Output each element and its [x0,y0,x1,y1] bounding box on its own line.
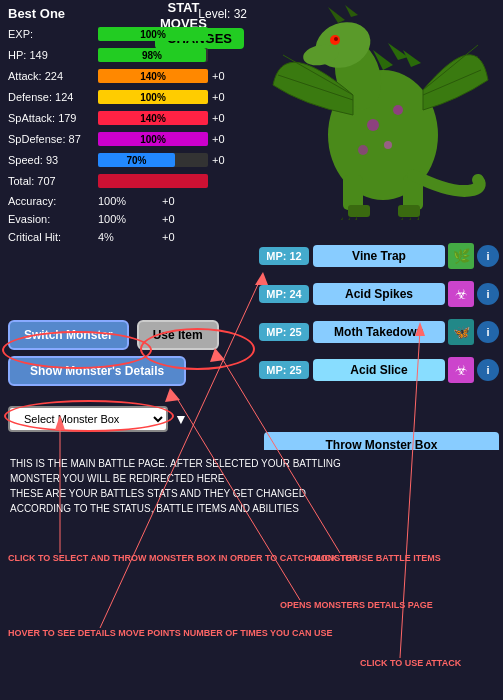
annotation-attack: CLICK TO USE ATTACK [360,658,461,670]
attack-label: Attack: 224 [8,70,98,82]
move-mp-1: MP: 12 [259,247,309,265]
annotation-hover-text: HOVER TO SEE DETAILS MOVE POINTS NUMBER … [8,628,333,638]
monster-level: Level: 32 [198,7,247,21]
annotation-throw: CLICK TO SELECT AND THROW MONSTER BOX IN… [8,553,358,565]
hp-bar-container: 98% [98,48,208,62]
evasion-row: Evasion: 100% +0 [8,211,247,227]
crithit-change: +0 [162,231,175,243]
attack-pct: 140% [98,69,208,83]
total-bar [98,174,208,188]
svg-rect-15 [343,175,363,210]
move-row-4: MP: 25 Acid Slice ☣ i [259,354,499,386]
left-panel: Best One Level: 32 EXP: 100% HP: 149 98%… [0,0,255,253]
speed-row: Speed: 93 70% +0 [8,151,247,169]
accuracy-change: +0 [162,195,175,207]
move-icon-2: ☣ [448,281,474,307]
svg-point-22 [358,145,368,155]
exp-row: EXP: 100% [8,25,247,43]
move-circle-3[interactable]: i [477,321,499,343]
move-row-2: MP: 24 Acid Spikes ☣ i [259,278,499,310]
hp-row: HP: 149 98% [8,46,247,64]
monster-name-row: Best One Level: 32 [8,6,247,21]
defense-bar: 100% [98,90,208,104]
evasion-change: +0 [162,213,175,225]
move-icon-3: 🦋 [448,319,474,345]
speed-pct: 70% [98,153,175,167]
defense-pct: 100% [98,90,208,104]
main-container: STAT MOVES CHANGES Best One Level: 32 EX… [0,0,503,700]
move-button-2[interactable]: Acid Spikes [313,283,445,305]
exp-value: 100% [140,29,166,40]
svg-marker-6 [328,7,345,23]
accuracy-label: Accuracy: [8,195,98,207]
svg-marker-26 [398,217,403,220]
speed-bar-container: 70% [98,153,208,167]
speed-bar: 70% [98,153,175,167]
move-icon-4: ☣ [448,357,474,383]
show-details-button[interactable]: Show Monster's Details [8,356,186,386]
spdefense-bar-container: 100% [98,132,208,146]
move-button-4[interactable]: Acid Slice [313,359,445,381]
hp-label: HP: 149 [8,49,98,61]
defense-change: +0 [212,91,237,103]
spattack-bar: 140% [98,111,208,125]
exp-bar: 100% [98,27,208,41]
dragon-image [253,0,493,220]
defense-bar-container: 100% [98,90,208,104]
desc-line1: THIS IS THE MAIN BATTLE PAGE. AFTER SELE… [10,456,493,471]
total-label: Total: 707 [8,175,98,187]
attack-bar-container: 140% [98,69,208,83]
evasion-label: Evasion: [8,213,98,225]
spdefense-row: SpDefense: 87 100% +0 [8,130,247,148]
accuracy-row: Accuracy: 100% +0 [8,193,247,209]
move-circle-1[interactable]: i [477,245,499,267]
move-button-3[interactable]: Moth Takedown [313,321,445,343]
select-arrow-icon: ▼ [174,411,188,427]
select-monster-row: Select Monster Box ▼ [8,406,188,432]
select-monster-dropdown[interactable]: Select Monster Box [8,406,168,432]
use-item-button[interactable]: Use Item [137,320,219,350]
evasion-val: 100% [98,213,158,225]
moves-panel: MP: 12 Vine Trap 🌿 i MP: 24 Acid Spikes … [259,240,499,392]
svg-rect-16 [348,205,370,217]
dragon-area [253,0,503,230]
spdefense-pct: 100% [98,132,208,146]
accuracy-val: 100% [98,195,158,207]
svg-marker-24 [345,217,350,220]
attack-change: +0 [212,70,237,82]
total-row: Total: 707 [8,172,247,190]
svg-rect-18 [398,205,420,217]
btn-row-2: Show Monster's Details [8,356,219,386]
spdefense-bar: 100% [98,132,208,146]
switch-monster-button[interactable]: Switch Monster [8,320,129,350]
svg-point-20 [393,105,403,115]
action-buttons-area: Switch Monster Use Item Show Monster's D… [8,320,219,386]
annotation-throw-text: CLICK TO SELECT AND THROW MONSTER BOX IN… [8,553,358,563]
exp-label: EXP: [8,28,98,40]
move-icon-1: 🌿 [448,243,474,269]
svg-marker-7 [345,5,358,17]
move-circle-2[interactable]: i [477,283,499,305]
attack-row: Attack: 224 140% +0 [8,67,247,85]
move-mp-3: MP: 25 [259,323,309,341]
speed-label: Speed: 93 [8,154,98,166]
move-circle-4[interactable]: i [477,359,499,381]
move-row-3: MP: 25 Moth Takedown 🦋 i [259,316,499,348]
annotation-hover: HOVER TO SEE DETAILS MOVE POINTS NUMBER … [8,628,333,640]
svg-marker-10 [403,50,421,67]
svg-point-19 [367,119,379,131]
defense-row: Defense: 124 100% +0 [8,88,247,106]
move-button-1[interactable]: Vine Trap [313,245,445,267]
speed-change: +0 [212,154,237,166]
desc-line3: THESE ARE YOUR BATTLES STATS AND THEY GE… [10,486,493,501]
defense-label: Defense: 124 [8,91,98,103]
hp-pct: 98% [98,48,206,62]
monster-name: Best One [8,6,65,21]
attack-bar: 140% [98,69,208,83]
annotation-useitem-text: CLICK TO USE BATTLE ITEMS [310,553,441,563]
crithit-val: 4% [98,231,158,243]
svg-point-21 [384,141,392,149]
move-row-1: MP: 12 Vine Trap 🌿 i [259,240,499,272]
svg-marker-27 [406,217,411,220]
crithit-label: Critical Hit: [8,231,98,243]
